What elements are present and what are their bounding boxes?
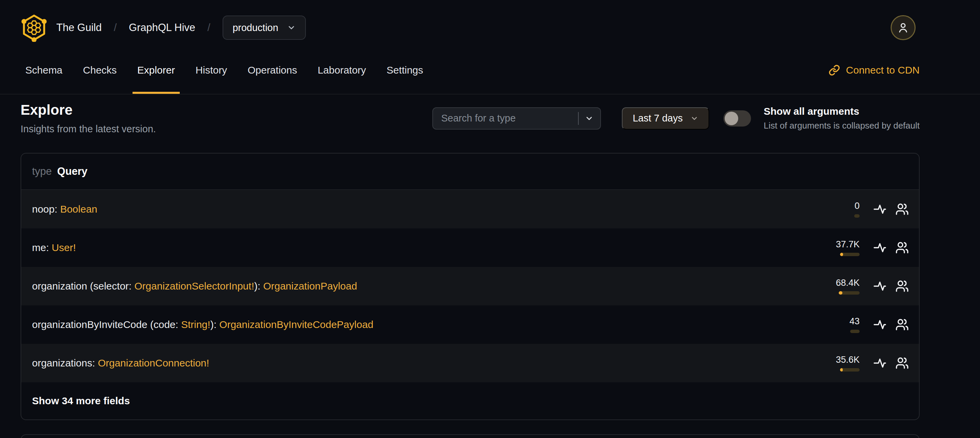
type-name: Query <box>57 166 88 177</box>
breadcrumb-project[interactable]: GraphQL Hive <box>129 22 195 34</box>
usage-block: 37.7K <box>819 239 860 256</box>
toggle-knob <box>725 112 738 125</box>
field-return-type-link[interactable]: OrganizationConnection! <box>98 357 209 369</box>
toggle-description: List of arguments is collapsed by defaul… <box>764 121 920 131</box>
field-return-type-link[interactable]: Boolean <box>60 204 97 215</box>
field-list: noop: Boolean 0 me: User! 37.7K <box>21 190 919 382</box>
type-search-input[interactable] <box>441 113 575 124</box>
usage-block: 68.4K <box>819 278 860 295</box>
activity-icon-button[interactable] <box>873 279 886 293</box>
field-text: me: <box>32 242 52 253</box>
type-card-header: type Query <box>21 153 919 190</box>
target-selector-button[interactable]: production <box>223 16 306 40</box>
field-row: me: User! 37.7K <box>21 228 919 267</box>
page-title: Explore <box>21 102 156 118</box>
activity-icon-button[interactable] <box>873 202 886 216</box>
show-more-fields-button[interactable]: Show 34 more fields <box>21 382 919 419</box>
field-row: organizations: OrganizationConnection! 3… <box>21 344 919 382</box>
tab-operations[interactable]: Operations <box>243 46 302 94</box>
field-row: organizationByInviteCode (code: String!)… <box>21 306 919 344</box>
user-avatar-button[interactable] <box>891 15 916 40</box>
usage-count: 35.6K <box>836 355 860 365</box>
breadcrumb-separator: / <box>207 22 210 34</box>
users-icon-button[interactable] <box>896 279 909 293</box>
period-label: Last 7 days <box>633 113 682 124</box>
field-row: organization (selector: OrganizationSele… <box>21 267 919 306</box>
page-header: Explore Insights from the latest version… <box>21 102 156 135</box>
chevron-down-icon[interactable] <box>585 114 593 123</box>
activity-icon-button[interactable] <box>873 356 886 370</box>
users-icon-button[interactable] <box>896 241 909 255</box>
type-search-select[interactable] <box>432 107 601 130</box>
show-all-arguments-toggle[interactable] <box>723 110 751 127</box>
field-return-type-link[interactable]: OrganizationPayload <box>263 280 357 292</box>
usage-count: 68.4K <box>836 278 860 288</box>
search-divider <box>578 112 579 125</box>
chevron-down-icon <box>690 115 698 123</box>
field-arg-type-link[interactable]: String! <box>181 319 210 330</box>
tab-history[interactable]: History <box>191 46 232 94</box>
usage-block: 43 <box>819 316 860 333</box>
user-icon <box>897 21 910 34</box>
field-text: ): <box>254 280 263 292</box>
field-arg-type-link[interactable]: OrganizationSelectorInput! <box>135 280 254 292</box>
usage-count: 0 <box>854 201 860 211</box>
breadcrumb-separator: / <box>114 22 117 34</box>
usage-count: 37.7K <box>836 239 860 250</box>
link-icon <box>829 64 840 76</box>
type-card: type Query noop: Boolean 0 me: User! <box>21 153 920 420</box>
tab-schema[interactable]: Schema <box>21 46 67 94</box>
usage-block: 35.6K <box>819 355 860 371</box>
field-row: noop: Boolean 0 <box>21 190 919 228</box>
usage-block: 0 <box>819 201 860 218</box>
breadcrumb: The Guild / GraphQL Hive / <box>56 22 210 34</box>
tab-laboratory[interactable]: Laboratory <box>313 46 371 94</box>
activity-icon-button[interactable] <box>873 318 886 331</box>
target-selector-label: production <box>233 22 278 33</box>
topbar: The Guild / GraphQL Hive / production <box>21 0 920 42</box>
connect-to-cdn-label: Connect to CDN <box>846 64 920 76</box>
usage-count: 43 <box>850 316 860 327</box>
field-return-type-link[interactable]: User! <box>52 242 76 253</box>
tab-explorer[interactable]: Explorer <box>132 46 180 94</box>
type-kind-label: type <box>32 166 52 177</box>
field-text: organizations: <box>32 357 98 369</box>
tab-settings[interactable]: Settings <box>382 46 428 94</box>
users-icon-button[interactable] <box>896 356 909 370</box>
period-select-button[interactable]: Last 7 days <box>622 107 709 130</box>
usage-bar <box>854 214 860 218</box>
tab-checks[interactable]: Checks <box>78 46 121 94</box>
field-text: organizationByInviteCode (code: <box>32 319 181 330</box>
users-icon-button[interactable] <box>896 202 909 216</box>
usage-bar <box>840 368 860 371</box>
chevron-down-icon <box>287 23 296 32</box>
next-type-card-stub <box>21 434 920 438</box>
usage-bar <box>850 330 860 333</box>
toggle-text: Show all arguments List of arguments is … <box>764 106 920 131</box>
field-return-type-link[interactable]: OrganizationByInviteCodePayload <box>219 319 373 330</box>
usage-bar <box>840 253 860 256</box>
field-text: ): <box>210 319 220 330</box>
hive-logo-icon[interactable] <box>21 13 48 42</box>
activity-icon-button[interactable] <box>873 241 886 255</box>
explorer-controls: Last 7 days Show all arguments List of a… <box>432 106 920 131</box>
usage-bar <box>839 291 860 295</box>
tab-bar: Schema Checks Explorer History Operation… <box>0 46 980 94</box>
users-icon-button[interactable] <box>896 318 909 331</box>
connect-to-cdn-button[interactable]: Connect to CDN <box>829 46 920 94</box>
field-text: noop: <box>32 204 60 215</box>
breadcrumb-org[interactable]: The Guild <box>56 22 102 34</box>
page-subtitle: Insights from the latest version. <box>21 124 156 135</box>
field-text: organization (selector: <box>32 280 135 292</box>
toggle-label: Show all arguments <box>764 106 920 117</box>
